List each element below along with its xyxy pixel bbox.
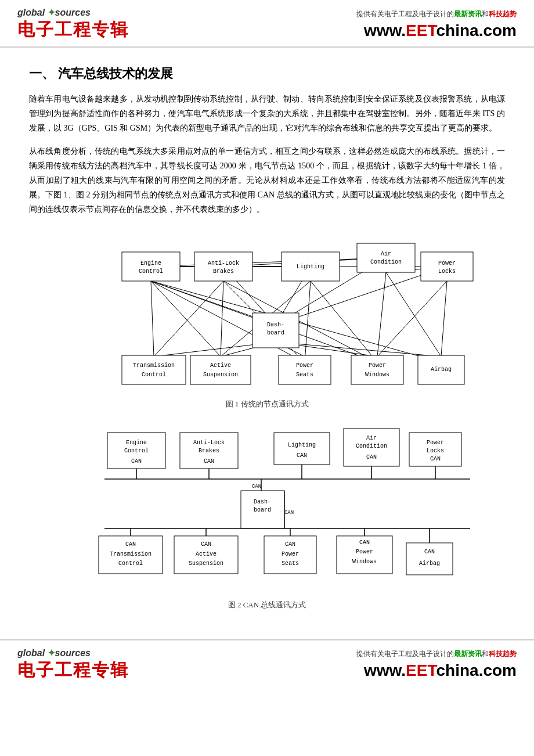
svg-text:Power: Power: [369, 362, 386, 369]
section-title: 一、 汽车总线技术的发展: [29, 65, 505, 82]
svg-text:CAN: CAN: [131, 458, 142, 465]
svg-rect-36: [194, 252, 252, 281]
svg-text:Windows: Windows: [352, 559, 377, 565]
svg-text:Transmission: Transmission: [133, 362, 175, 369]
svg-text:Anti-Lock: Anti-Lock: [193, 440, 225, 446]
svg-rect-33: [122, 252, 180, 281]
svg-text:Power: Power: [438, 260, 456, 267]
header-left: global ✦sources 电子工程专辑: [17, 7, 129, 42]
svg-text:board: board: [254, 507, 271, 513]
brand-title: 电子工程专辑: [17, 18, 129, 42]
footer-logo-row: global ✦sources: [17, 647, 129, 658]
svg-text:CAN: CAN: [297, 452, 307, 459]
svg-text:Air: Air: [366, 435, 377, 441]
svg-text:Control: Control: [142, 372, 166, 378]
svg-text:CAN: CAN: [424, 549, 435, 555]
svg-rect-53: [190, 355, 251, 384]
paragraph-1: 随着车用电气设备越来越多，从发动机控制到传动系统控制，从行驶、制动、转向系统控制…: [29, 92, 505, 136]
svg-line-5: [151, 258, 386, 267]
svg-text:Suspension: Suspension: [203, 372, 238, 378]
footer-brand-title: 电子工程专辑: [17, 658, 129, 682]
svg-rect-118: [406, 543, 453, 575]
svg-line-3: [151, 281, 221, 357]
footer-right: 提供有关电子工程及电子设计的最新资讯和科技趋势 www.EETchina.com: [356, 649, 517, 680]
svg-text:CAN: CAN: [204, 458, 214, 465]
header-website: www.EETchina.com: [356, 21, 517, 40]
svg-line-11: [154, 281, 223, 357]
svg-text:Active: Active: [210, 362, 231, 369]
svg-text:Power: Power: [296, 362, 313, 369]
svg-text:board: board: [267, 330, 284, 336]
header: global ✦sources 电子工程专辑 提供有关电子工程及电子设计的最新资…: [0, 0, 534, 48]
svg-text:Dash-: Dash-: [254, 499, 271, 505]
svg-text:Power: Power: [427, 440, 444, 446]
figure2-container: CAN CAN Engine Control CAN Anti-Lock Bra…: [29, 421, 505, 610]
svg-text:Power: Power: [356, 549, 373, 555]
figure1-caption: 图 1 传统的节点通讯方式: [226, 399, 309, 409]
svg-text:CAN: CAN: [201, 541, 211, 548]
figure2-svg: CAN CAN Engine Control CAN Anti-Lock Bra…: [58, 421, 476, 595]
svg-text:Transmission: Transmission: [110, 551, 151, 557]
svg-rect-88: [274, 433, 330, 465]
svg-rect-50: [122, 355, 186, 384]
svg-text:Dash-: Dash-: [267, 322, 284, 328]
svg-text:Air: Air: [381, 251, 391, 257]
footer-left: global ✦sources 电子工程专辑: [17, 647, 129, 682]
svg-text:CAN: CAN: [359, 539, 370, 546]
footer-website: www.EETchina.com: [356, 661, 517, 680]
svg-rect-41: [357, 243, 415, 272]
svg-line-19: [305, 281, 311, 362]
page: global ✦sources 电子工程专辑 提供有关电子工程及电子设计的最新资…: [0, 0, 534, 687]
svg-text:CAN: CAN: [125, 541, 136, 548]
svg-rect-44: [421, 252, 473, 281]
figure2-caption: 图 2 CAN 总线通讯方式: [228, 600, 306, 610]
logo-text: global ✦sources: [17, 7, 91, 18]
svg-text:Control: Control: [139, 268, 163, 275]
footer-logo-text: global ✦sources: [17, 647, 91, 658]
svg-text:Locks: Locks: [438, 268, 456, 275]
svg-line-29: [386, 272, 441, 357]
svg-line-16: [223, 281, 377, 362]
svg-text:Condition: Condition: [356, 443, 387, 449]
svg-text:Locks: Locks: [427, 448, 444, 454]
svg-line-32: [377, 281, 447, 357]
footer: global ✦sources 电子工程专辑 提供有关电子工程及电子设计的最新资…: [0, 639, 534, 687]
svg-rect-59: [351, 355, 403, 384]
svg-text:CAN: CAN: [285, 541, 295, 548]
paragraph-2: 从布线角度分析，传统的电气系统大多采用点对点的单一通信方式，相互之间少有联系，这…: [29, 144, 505, 217]
svg-text:Brakes: Brakes: [199, 448, 219, 454]
svg-text:Control: Control: [118, 560, 143, 567]
svg-line-28: [377, 272, 386, 357]
svg-text:Brakes: Brakes: [213, 268, 234, 275]
figure1-container: Engine Control Anti-Lock Brakes Lighting…: [29, 229, 505, 409]
svg-text:Power: Power: [282, 551, 299, 557]
svg-line-12: [221, 281, 223, 357]
svg-text:Control: Control: [124, 448, 149, 454]
svg-text:CAN: CAN: [252, 484, 261, 489]
svg-text:Seats: Seats: [296, 372, 313, 378]
svg-text:Condition: Condition: [370, 259, 402, 265]
svg-text:Airbag: Airbag: [431, 366, 452, 373]
svg-text:CAN: CAN: [366, 454, 377, 460]
figure1-svg: Engine Control Anti-Lock Brakes Lighting…: [58, 229, 476, 394]
footer-tagline: 提供有关电子工程及电子设计的最新资讯和科技趋势: [356, 649, 517, 659]
svg-text:Windows: Windows: [365, 372, 389, 378]
content: 一、 汽车总线技术的发展 随着车用电气设备越来越多，从发动机控制到传动系统控制，…: [0, 48, 534, 628]
svg-rect-56: [279, 355, 331, 384]
svg-text:Engine: Engine: [126, 440, 147, 446]
svg-text:Seats: Seats: [282, 560, 299, 567]
svg-text:Anti-Lock: Anti-Lock: [208, 260, 239, 267]
svg-text:Active: Active: [196, 551, 217, 557]
header-tagline: 提供有关电子工程及电子设计的最新资讯和科技趋势: [356, 9, 517, 19]
svg-text:Engine: Engine: [140, 260, 161, 267]
svg-text:CAN: CAN: [284, 510, 294, 516]
svg-text:Lighting: Lighting: [288, 442, 316, 448]
svg-text:CAN: CAN: [430, 456, 441, 462]
svg-text:Lighting: Lighting: [297, 264, 324, 270]
svg-text:Suspension: Suspension: [189, 560, 223, 567]
svg-text:Airbag: Airbag: [419, 560, 440, 567]
svg-line-2: [151, 281, 154, 357]
logo-row: global ✦sources: [17, 7, 129, 18]
header-right: 提供有关电子工程及电子设计的最新资讯和科技趋势 www.EETchina.com: [356, 9, 517, 40]
svg-line-31: [441, 281, 447, 357]
